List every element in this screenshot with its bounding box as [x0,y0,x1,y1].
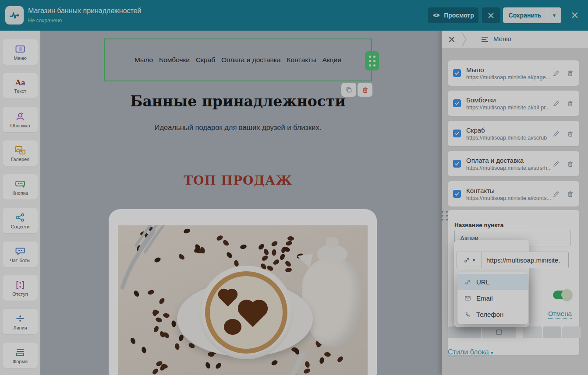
sidebar-item-gallery[interactable]: Галерея [3,140,38,166]
save-button-group: Сохранить ▾ [503,7,561,23]
form-drag-handle[interactable] [442,209,448,222]
delete-item-button[interactable] [565,68,575,78]
hidden-toolbar-button[interactable] [448,326,481,338]
pulse-icon [9,10,20,21]
sidebar-item-spacing[interactable]: Отступ [3,275,38,301]
item-url-input[interactable] [482,252,569,268]
trash-icon [567,100,574,107]
close-button[interactable]: ✕ [567,8,582,23]
menu-item-row[interactable]: Мыло https://multisoap.minisite.ai/page.… [448,60,579,86]
site-subtitle[interactable]: Идеальный подарок для ваших друзей и бли… [104,123,372,132]
site-menu-link[interactable]: Оплата и доставка [221,56,281,64]
site-menu-link[interactable]: Бомбочки [159,56,190,64]
close-icon: ✕ [570,10,579,21]
sidebar-item-menu[interactable]: Меню [3,39,38,65]
copy-icon [345,86,353,94]
link-type-option-email[interactable]: Email [457,290,528,306]
item-visibility-toggle[interactable] [553,291,570,299]
link-type-option-phone[interactable]: Телефон [457,306,528,322]
sidebar-item-button[interactable]: Кнопка [3,174,38,200]
delete-item-button[interactable] [565,98,575,108]
blocks-editor-button[interactable] [482,7,500,23]
coffee-cup [199,266,293,359]
menu-item-url: https://multisoap.minisite.ai/strsrh... [466,165,551,171]
pencil-icon [553,70,560,77]
blocks-sidebar: Меню Aa Текст Обложка Галерея [0,31,40,375]
site-menu-link[interactable]: Скраб [196,56,215,64]
app: Магазин банных принадлежностей Не сохран… [0,0,588,375]
preview-button[interactable]: Просмотр [428,7,478,23]
menu-item-row[interactable]: Контакты https://multisoap.minisite.ai/c… [448,181,579,207]
gallery-icon [14,145,26,155]
hidden-toolbar-button[interactable] [523,326,542,338]
menu-item-row[interactable]: Скраб https://multisoap.minisite.ai/scru… [448,121,579,146]
product-card[interactable] [109,209,377,375]
menu-item-url: https://multisoap.minisite.ai/page... [466,74,551,81]
item-checkbox[interactable] [453,99,461,107]
site-menu-link[interactable]: Акции [322,56,341,64]
block-styles-link[interactable]: Стили блока▾ [448,348,493,356]
chevron-down-icon: ▾ [473,257,475,263]
edit-item-button[interactable] [551,68,561,78]
item-checkbox[interactable] [453,160,461,168]
item-checkbox[interactable] [453,69,461,77]
crossed-tools-icon [487,12,495,19]
app-logo[interactable] [5,6,24,25]
sidebar-item-chatbots[interactable]: Чат-боты [3,242,38,267]
breadcrumb-chevron-icon [461,32,467,46]
delete-item-button[interactable] [565,159,575,168]
delete-item-button[interactable] [565,129,575,138]
eye-icon [432,11,440,19]
item-checkbox[interactable] [453,190,461,198]
link-type-dropdown: URL Email Телефон [457,272,528,324]
project-title: Магазин банных принадлежностей [28,7,142,15]
topbar: Магазин банных принадлежностей Не сохран… [0,0,588,31]
site-menu-link[interactable]: Контакты [287,56,316,64]
menu-item-row[interactable]: Бомбочки https://multisoap.minisite.ai/a… [448,91,579,116]
edit-item-button[interactable] [551,98,561,108]
link-type-option-url[interactable]: URL [457,274,528,290]
menu-item-row[interactable]: Оплата и доставка https://multisoap.mini… [448,151,579,176]
checkmark-icon [454,131,460,136]
selected-menu-block[interactable]: МылоБомбочкиСкрабОплата и доставкаКонтак… [104,39,372,81]
form-block-icon [15,347,25,357]
save-dropdown-button[interactable]: ▾ [547,7,561,23]
grip-dots-icon [369,56,375,67]
menu-item-url: https://multisoap.minisite.ai/conts... [466,195,551,201]
item-name-label: Название пункта [454,222,503,228]
panel-header: Меню [442,31,588,48]
site-heading[interactable]: Банные принадлежности [104,93,372,110]
settings-panel: Меню Мыло https://multisoap.minisite.ai/… [442,31,588,375]
product-photo [118,225,368,375]
site-menu-link[interactable]: Мыло [135,56,153,64]
hidden-toolbar-button[interactable] [482,326,516,338]
sidebar-item-line[interactable]: Линия [3,309,38,334]
sidebar-item-cover[interactable]: Обложка [3,107,38,132]
edit-item-button[interactable] [551,189,561,199]
item-checkbox[interactable] [453,130,461,137]
cocoa-blob [224,319,241,335]
save-button[interactable]: Сохранить [503,7,547,23]
edit-item-button[interactable] [551,159,561,168]
hidden-toolbar-button[interactable] [543,326,562,338]
chevron-down-icon: ▾ [553,12,556,18]
sidebar-item-label: Чат-боты [10,258,30,263]
button-block-icon [14,179,26,189]
sidebar-item-social[interactable]: Соцсети [3,208,38,233]
spacing-icon [15,280,25,290]
crossed-tools-icon[interactable] [448,35,456,43]
sidebar-item-label: Форма [13,359,28,364]
delete-item-button[interactable] [565,189,575,199]
sidebar-item-text[interactable]: Aa Текст [3,73,38,98]
envelope-icon [464,295,471,301]
edit-item-button[interactable] [551,129,561,138]
cancel-link[interactable]: Отмена [548,310,572,319]
block-drag-handle[interactable] [365,51,379,70]
site-section-title[interactable]: ТОП ПРОДАЖ [104,173,372,188]
trash-icon [567,190,574,198]
sidebar-item-form[interactable]: Форма [3,343,38,368]
hidden-toolbar-button[interactable] [562,326,581,338]
pencil-icon [553,190,560,198]
link-type-select[interactable]: ▾ [457,252,482,268]
sidebar-item-label: Отступ [12,291,28,297]
